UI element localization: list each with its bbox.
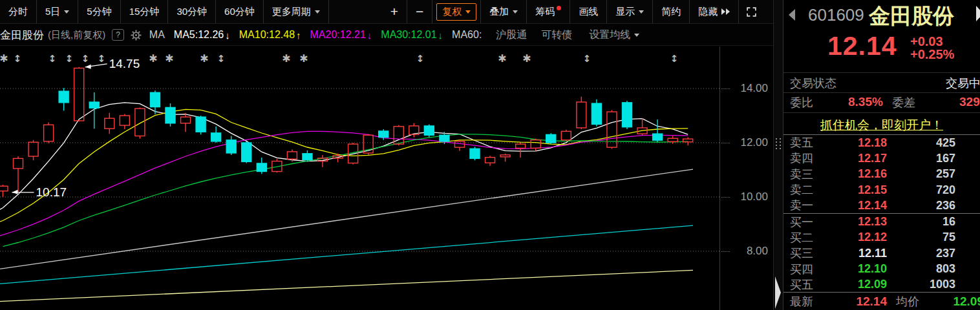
last-price: 12.14: [827, 31, 897, 61]
ex-dividend-marker-icon[interactable]: ✱: [200, 52, 208, 65]
simple-button[interactable]: 简约: [653, 0, 690, 23]
candle-down: [424, 126, 434, 135]
candle-up: [287, 152, 297, 159]
level-volume: 236: [887, 199, 980, 212]
period-button-30min[interactable]: 30分钟: [168, 0, 216, 23]
buy-level-row-5[interactable]: 买五12.091003: [783, 277, 980, 293]
next-stock-arrow-icon[interactable]: [976, 6, 980, 21]
event-arrow-marker-icon[interactable]: ↕: [65, 53, 74, 65]
chart-legend-bar: 金田股份 (日线,前复权) ? MA MA5:12.26↓MA10:12.48↑…: [0, 25, 773, 46]
order-book: 卖五12.18425卖四12.17167卖三12.16257卖二12.15720…: [783, 135, 980, 293]
level-label: 买五: [783, 277, 830, 293]
ex-dividend-marker-icon[interactable]: ✱: [165, 52, 173, 65]
sell-level-row-4[interactable]: 卖二12.15720: [783, 182, 980, 198]
event-arrow-marker-icon[interactable]: ↕: [583, 53, 591, 65]
candle-down: [379, 131, 389, 138]
period-button-5day[interactable]: 5日: [37, 0, 78, 23]
candle-up: [668, 138, 677, 141]
buy-level-row-3[interactable]: 买三12.11237: [783, 245, 980, 261]
period-button-5min[interactable]: 5分钟: [78, 0, 120, 23]
annotation-label-10.17: 10.17: [36, 185, 67, 199]
level-price: 12.16: [830, 167, 887, 181]
gear-icon: [131, 30, 142, 41]
candle-down: [196, 117, 206, 132]
annotation-arrowhead: [85, 65, 91, 69]
event-arrow-marker-icon[interactable]: ↕: [81, 53, 90, 65]
candle-down: [470, 149, 480, 158]
ma-value-1: MA10:12.48↑: [239, 29, 301, 41]
weicha-value: 329: [959, 95, 980, 109]
buy-level-row-1[interactable]: 买一12.1316: [783, 214, 980, 229]
stock-tag-1[interactable]: 可转债: [541, 28, 572, 42]
ma-indicator-label: MA: [149, 29, 165, 41]
candle-up: [120, 116, 129, 125]
candle-up: [105, 118, 114, 129]
event-arrow-marker-icon[interactable]: ↕: [670, 53, 679, 65]
event-arrow-marker-icon[interactable]: ↕: [217, 53, 226, 65]
candlestick-chart[interactable]: ✱↕↕↕↕↕✱✱✱↕✱✱↕✱✱↕↕14.7510.17: [0, 46, 719, 310]
fullscreen-button[interactable]: [739, 0, 764, 23]
period-button-15min[interactable]: 15分钟: [121, 0, 169, 23]
ex-dividend-marker-icon[interactable]: ✱: [282, 52, 290, 65]
avg-price-label: 均价: [896, 294, 919, 309]
level-volume: 16: [887, 215, 980, 229]
sell-level-row-5[interactable]: 卖一12.14236: [783, 198, 980, 213]
ma-settings-button[interactable]: 设置均线: [589, 28, 639, 42]
price-axis: 14.0012.0010.008.00: [719, 46, 773, 310]
indicator-settings-button[interactable]: [131, 30, 142, 41]
event-arrow-marker-icon[interactable]: ↕: [14, 53, 22, 65]
event-arrow-marker-icon[interactable]: ↕: [416, 53, 425, 65]
fuquan-label: 复权: [442, 6, 462, 18]
panel-collapse-arrow-icon[interactable]: [775, 276, 781, 309]
sell-level-row-3[interactable]: 卖三12.16257: [783, 167, 980, 182]
level-label: 卖二: [783, 182, 830, 198]
level-price: 12.09: [830, 278, 887, 291]
level-volume: 803: [887, 262, 980, 276]
level-volume: 75: [887, 231, 980, 244]
double-right-arrow-icon: [721, 8, 730, 15]
candle-up: [531, 140, 540, 149]
buy-level-row-2[interactable]: 买二12.1275: [783, 230, 980, 245]
period-button-more-periods[interactable]: 更多周期: [264, 0, 329, 23]
buy-level-row-4[interactable]: 买四12.10803: [783, 261, 980, 276]
ex-dividend-marker-icon[interactable]: ✱: [149, 52, 157, 65]
level-price: 12.14: [830, 199, 887, 212]
annotation-arrowhead: [12, 190, 18, 194]
ex-dividend-marker-icon[interactable]: ✱: [498, 52, 506, 65]
zoom-in-button[interactable]: +: [382, 0, 407, 23]
draw-line-button[interactable]: 画线: [570, 0, 607, 23]
panel-resize-strip[interactable]: [773, 0, 783, 310]
sell-level-row-2[interactable]: 卖四12.17167: [783, 150, 980, 166]
zoom-out-button[interactable]: −: [407, 0, 432, 23]
stock-tag-0[interactable]: 沪股通: [496, 28, 527, 42]
display-button[interactable]: 显示: [607, 0, 653, 23]
open-account-link[interactable]: 抓住机会，即刻开户！: [783, 117, 980, 134]
period-button-60min[interactable]: 60分钟: [216, 0, 264, 23]
ex-dividend-marker-icon[interactable]: ✱: [0, 52, 8, 65]
axis-tick: [721, 197, 730, 198]
candle-down: [303, 154, 312, 160]
divider: [783, 92, 980, 93]
overlay-button[interactable]: 叠加: [481, 0, 527, 23]
prev-stock-arrow-icon[interactable]: [789, 9, 795, 21]
event-arrow-marker-icon[interactable]: ↕: [48, 53, 57, 65]
period-button-minute[interactable]: 分时: [0, 0, 37, 23]
divider: [783, 72, 980, 73]
avg-price-value: 12.09: [919, 294, 980, 309]
fuquan-button[interactable]: 复权: [436, 3, 476, 21]
sell-level-row-1[interactable]: 卖五12.18425: [783, 135, 980, 150]
candle-up: [74, 68, 84, 121]
axis-tick: [721, 251, 730, 252]
hide-button[interactable]: 隐藏: [690, 0, 739, 23]
ex-dividend-marker-icon[interactable]: ✱: [299, 52, 308, 65]
event-arrow-marker-icon[interactable]: ↕: [98, 53, 106, 65]
annotation-label-14.75: 14.75: [109, 57, 140, 70]
chips-button[interactable]: 筹码: [527, 0, 570, 23]
ex-dividend-marker-icon[interactable]: ✱: [522, 52, 531, 65]
drag-grip-icon[interactable]: [776, 138, 781, 151]
help-button[interactable]: ?: [112, 29, 124, 41]
stock-code: 601609: [808, 5, 864, 25]
legend-stock-name: 金田股份: [0, 28, 44, 43]
candle-up: [0, 186, 8, 191]
tool-button-group: 叠加筹码画线显示简约隐藏: [481, 0, 739, 23]
